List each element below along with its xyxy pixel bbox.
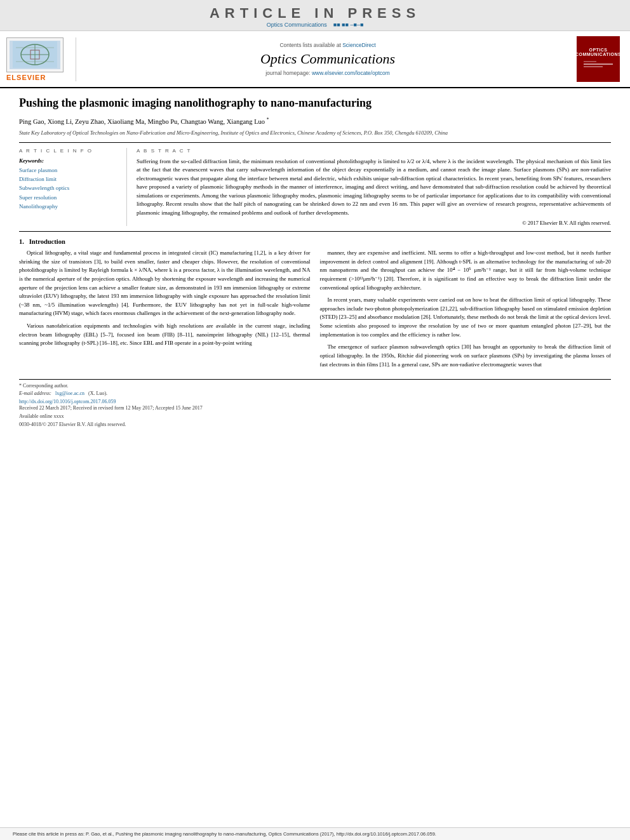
article-info-heading: A R T I C L E I N F O bbox=[19, 148, 120, 154]
svg-rect-7 bbox=[584, 63, 613, 65]
citation-bar: Please cite this article in press as: P.… bbox=[0, 827, 630, 840]
authors-line: Ping Gao, Xiong Li, Zeyu Zhao, Xiaoliang… bbox=[19, 116, 611, 126]
section-1-title: 1. Introduction bbox=[19, 238, 611, 245]
aip-subtitle: Optics Communications ■■ ■■ –■–■ bbox=[0, 22, 630, 28]
email-label: E-mail address: bbox=[19, 390, 51, 396]
keyword-1: Surface plasmon bbox=[19, 166, 120, 175]
aip-banner: ARTICLE IN PRESS Optics Communications ■… bbox=[0, 0, 630, 31]
affiliation-text: State Key Laboratory of Optical Technolo… bbox=[19, 130, 611, 137]
journal-header: ELSEVIER Contents lists available at Sci… bbox=[0, 31, 630, 88]
intro-para-1: Optical lithography, a vital stage and f… bbox=[19, 249, 311, 318]
available-online: Available online xxxx bbox=[19, 413, 611, 421]
homepage-line: journal homepage: www.elsevier.com/locat… bbox=[83, 70, 573, 76]
journal-name-banner: Optics Communications bbox=[267, 22, 327, 28]
intro-para-4: In recent years, many valuable experimen… bbox=[320, 296, 612, 339]
journal-logo-section: OPTICS COMMUNICATIONS bbox=[573, 36, 624, 82]
optics-communications-logo: OPTICS COMMUNICATIONS bbox=[577, 36, 620, 82]
banner-icons: ■■ ■■ –■–■ bbox=[333, 22, 364, 28]
intro-para-5: The emergence of surface plasmon subwave… bbox=[320, 343, 612, 369]
received-dates: Received 22 March 2017; Received in revi… bbox=[19, 404, 611, 413]
contents-available-line: Contents lists available at ScienceDirec… bbox=[83, 42, 573, 48]
elsevier-logo-section: ELSEVIER bbox=[6, 37, 76, 81]
abstract-column: A B S T R A C T Suffering from the so-ca… bbox=[137, 148, 611, 227]
homepage-url[interactable]: www.elsevier.com/locate/optcom bbox=[312, 70, 390, 76]
keyword-4: Super resolution bbox=[19, 193, 120, 202]
citation-text: Please cite this article in press as: P.… bbox=[13, 831, 436, 837]
issn-line: 0030-4018/© 2017 Elsevier B.V. All right… bbox=[19, 421, 611, 429]
homepage-label: journal homepage: bbox=[265, 70, 310, 76]
corresponding-label: * Corresponding author. bbox=[19, 383, 69, 389]
abstract-heading: A B S T R A C T bbox=[137, 148, 611, 154]
doi-line: http://dx.doi.org/10.1016/j.optcom.2017.… bbox=[19, 399, 611, 404]
sciencedirect-link[interactable]: ScienceDirect bbox=[342, 42, 375, 48]
intro-para-3: manner, they are expensive and inefficie… bbox=[320, 249, 612, 292]
main-content: Pushing the plasmonic imaging nanolithog… bbox=[0, 88, 630, 436]
body-two-col: Optical lithography, a vital stage and f… bbox=[19, 249, 611, 373]
corresponding-note: * Corresponding author. bbox=[19, 382, 611, 390]
info-abstract-section: A R T I C L E I N F O Keywords: Surface … bbox=[19, 148, 611, 227]
aip-title: ARTICLE IN PRESS bbox=[0, 5, 630, 22]
journal-title: Optics Communications bbox=[83, 51, 573, 67]
keyword-5: Nanolithography bbox=[19, 202, 120, 211]
keyword-3: Subwavelength optics bbox=[19, 183, 120, 192]
body-col-right: manner, they are expensive and inefficie… bbox=[320, 249, 612, 373]
section-title-text: Introduction bbox=[29, 238, 65, 245]
contents-label: Contents lists available at bbox=[279, 42, 340, 48]
elsevier-graphic bbox=[10, 41, 60, 69]
svg-rect-9 bbox=[584, 61, 596, 62]
svg-rect-8 bbox=[584, 66, 603, 67]
optics-logo-line2: COMMUNICATIONS bbox=[575, 52, 621, 57]
section-number: 1. bbox=[19, 238, 24, 245]
article-title: Pushing the plasmonic imaging nanolithog… bbox=[19, 96, 611, 110]
doi-link[interactable]: http://dx.doi.org/10.1016/j.optcom.2017.… bbox=[19, 399, 116, 404]
copyright-line: © 2017 Elsevier B.V. All rights reserved… bbox=[137, 220, 611, 226]
elsevier-text: ELSEVIER bbox=[6, 74, 69, 81]
journal-center: Contents lists available at ScienceDirec… bbox=[83, 42, 573, 76]
keywords-heading: Keywords: bbox=[19, 157, 120, 164]
elsevier-logo-image bbox=[6, 37, 64, 72]
article-info-column: A R T I C L E I N F O Keywords: Surface … bbox=[19, 148, 127, 227]
footnote-section: * Corresponding author. E-mail address: … bbox=[19, 379, 611, 429]
divider-2 bbox=[19, 231, 611, 232]
abstract-text: Suffering from the so-called diffraction… bbox=[137, 157, 611, 218]
divider-1 bbox=[19, 142, 611, 143]
intro-para-2: Various nanofabrication equipments and t… bbox=[19, 322, 311, 348]
email-person: (X. Luo). bbox=[88, 390, 107, 396]
authors-text: Ping Gao, Xiong Li, Zeyu Zhao, Xiaoliang… bbox=[19, 118, 269, 125]
section-1: 1. Introduction Optical lithography, a v… bbox=[19, 238, 611, 373]
body-col-left: Optical lithography, a vital stage and f… bbox=[19, 249, 311, 373]
keywords-list: Surface plasmon Diffraction limit Subwav… bbox=[19, 166, 120, 211]
keyword-2: Diffraction limit bbox=[19, 175, 120, 183]
optics-logo-line1: OPTICS bbox=[589, 48, 607, 52]
email-note: E-mail address: lxg@ioe.ac.cn (X. Luo). bbox=[19, 390, 611, 397]
corresponding-star: * bbox=[267, 116, 269, 122]
email-link[interactable]: lxg@ioe.ac.cn bbox=[55, 390, 84, 396]
